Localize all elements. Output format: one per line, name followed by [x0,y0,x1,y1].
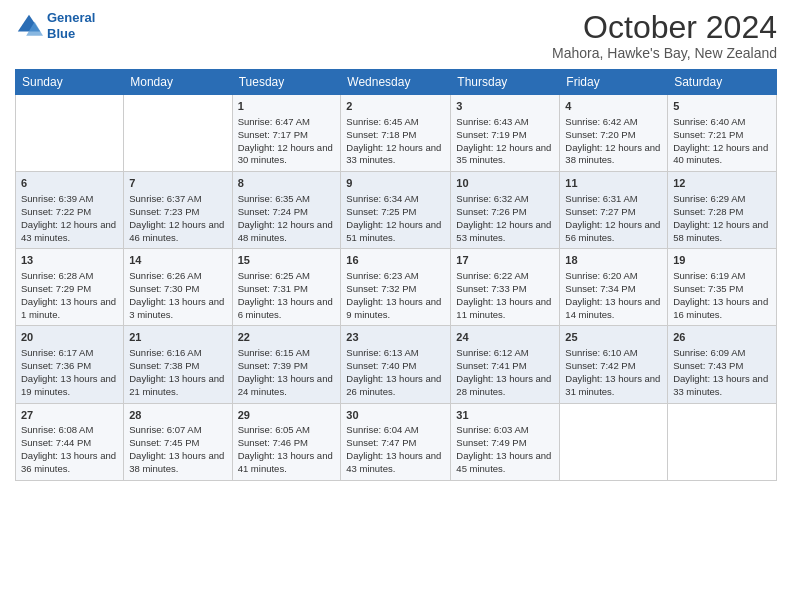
calendar-cell: 18Sunrise: 6:20 AM Sunset: 7:34 PM Dayli… [560,249,668,326]
day-info: Sunrise: 6:08 AM Sunset: 7:44 PM Dayligh… [21,424,118,475]
day-info: Sunrise: 6:29 AM Sunset: 7:28 PM Dayligh… [673,193,771,244]
logo-icon [15,12,43,40]
logo-line1: General [47,10,95,25]
calendar-cell: 11Sunrise: 6:31 AM Sunset: 7:27 PM Dayli… [560,172,668,249]
main-title: October 2024 [552,10,777,45]
calendar-cell: 1Sunrise: 6:47 AM Sunset: 7:17 PM Daylig… [232,95,341,172]
header-thursday: Thursday [451,70,560,95]
day-info: Sunrise: 6:39 AM Sunset: 7:22 PM Dayligh… [21,193,118,244]
day-number: 8 [238,176,336,191]
calendar-cell: 23Sunrise: 6:13 AM Sunset: 7:40 PM Dayli… [341,326,451,403]
calendar-cell: 20Sunrise: 6:17 AM Sunset: 7:36 PM Dayli… [16,326,124,403]
calendar-cell: 16Sunrise: 6:23 AM Sunset: 7:32 PM Dayli… [341,249,451,326]
calendar-cell: 29Sunrise: 6:05 AM Sunset: 7:46 PM Dayli… [232,403,341,480]
day-number: 16 [346,253,445,268]
calendar-cell: 13Sunrise: 6:28 AM Sunset: 7:29 PM Dayli… [16,249,124,326]
calendar-cell: 31Sunrise: 6:03 AM Sunset: 7:49 PM Dayli… [451,403,560,480]
title-block: October 2024 Mahora, Hawke's Bay, New Ze… [552,10,777,61]
day-number: 25 [565,330,662,345]
calendar-cell: 26Sunrise: 6:09 AM Sunset: 7:43 PM Dayli… [668,326,777,403]
calendar-cell: 9Sunrise: 6:34 AM Sunset: 7:25 PM Daylig… [341,172,451,249]
day-info: Sunrise: 6:13 AM Sunset: 7:40 PM Dayligh… [346,347,445,398]
calendar-table: SundayMondayTuesdayWednesdayThursdayFrid… [15,69,777,480]
day-number: 1 [238,99,336,114]
header-tuesday: Tuesday [232,70,341,95]
day-info: Sunrise: 6:05 AM Sunset: 7:46 PM Dayligh… [238,424,336,475]
day-number: 30 [346,408,445,423]
calendar-cell: 14Sunrise: 6:26 AM Sunset: 7:30 PM Dayli… [124,249,232,326]
calendar-cell: 28Sunrise: 6:07 AM Sunset: 7:45 PM Dayli… [124,403,232,480]
day-number: 3 [456,99,554,114]
day-number: 2 [346,99,445,114]
day-number: 18 [565,253,662,268]
day-info: Sunrise: 6:23 AM Sunset: 7:32 PM Dayligh… [346,270,445,321]
week-row-4: 20Sunrise: 6:17 AM Sunset: 7:36 PM Dayli… [16,326,777,403]
day-info: Sunrise: 6:35 AM Sunset: 7:24 PM Dayligh… [238,193,336,244]
calendar-cell [560,403,668,480]
calendar-cell: 19Sunrise: 6:19 AM Sunset: 7:35 PM Dayli… [668,249,777,326]
week-row-2: 6Sunrise: 6:39 AM Sunset: 7:22 PM Daylig… [16,172,777,249]
day-number: 23 [346,330,445,345]
day-info: Sunrise: 6:15 AM Sunset: 7:39 PM Dayligh… [238,347,336,398]
day-number: 19 [673,253,771,268]
day-number: 29 [238,408,336,423]
calendar-cell: 7Sunrise: 6:37 AM Sunset: 7:23 PM Daylig… [124,172,232,249]
calendar-cell: 17Sunrise: 6:22 AM Sunset: 7:33 PM Dayli… [451,249,560,326]
day-number: 21 [129,330,226,345]
day-number: 4 [565,99,662,114]
calendar-cell: 25Sunrise: 6:10 AM Sunset: 7:42 PM Dayli… [560,326,668,403]
day-number: 12 [673,176,771,191]
day-number: 31 [456,408,554,423]
calendar-header-row: SundayMondayTuesdayWednesdayThursdayFrid… [16,70,777,95]
day-info: Sunrise: 6:43 AM Sunset: 7:19 PM Dayligh… [456,116,554,167]
day-info: Sunrise: 6:10 AM Sunset: 7:42 PM Dayligh… [565,347,662,398]
day-number: 5 [673,99,771,114]
day-info: Sunrise: 6:07 AM Sunset: 7:45 PM Dayligh… [129,424,226,475]
day-info: Sunrise: 6:45 AM Sunset: 7:18 PM Dayligh… [346,116,445,167]
day-number: 7 [129,176,226,191]
day-number: 22 [238,330,336,345]
day-info: Sunrise: 6:04 AM Sunset: 7:47 PM Dayligh… [346,424,445,475]
day-info: Sunrise: 6:37 AM Sunset: 7:23 PM Dayligh… [129,193,226,244]
calendar-cell: 12Sunrise: 6:29 AM Sunset: 7:28 PM Dayli… [668,172,777,249]
calendar-cell: 5Sunrise: 6:40 AM Sunset: 7:21 PM Daylig… [668,95,777,172]
header-monday: Monday [124,70,232,95]
day-info: Sunrise: 6:03 AM Sunset: 7:49 PM Dayligh… [456,424,554,475]
day-info: Sunrise: 6:40 AM Sunset: 7:21 PM Dayligh… [673,116,771,167]
day-info: Sunrise: 6:20 AM Sunset: 7:34 PM Dayligh… [565,270,662,321]
logo-line2: Blue [47,26,75,41]
day-info: Sunrise: 6:17 AM Sunset: 7:36 PM Dayligh… [21,347,118,398]
calendar-cell: 24Sunrise: 6:12 AM Sunset: 7:41 PM Dayli… [451,326,560,403]
day-info: Sunrise: 6:32 AM Sunset: 7:26 PM Dayligh… [456,193,554,244]
subtitle: Mahora, Hawke's Bay, New Zealand [552,45,777,61]
day-number: 17 [456,253,554,268]
day-info: Sunrise: 6:16 AM Sunset: 7:38 PM Dayligh… [129,347,226,398]
calendar-cell: 15Sunrise: 6:25 AM Sunset: 7:31 PM Dayli… [232,249,341,326]
calendar-cell [16,95,124,172]
calendar-cell: 2Sunrise: 6:45 AM Sunset: 7:18 PM Daylig… [341,95,451,172]
day-number: 26 [673,330,771,345]
day-number: 6 [21,176,118,191]
day-info: Sunrise: 6:26 AM Sunset: 7:30 PM Dayligh… [129,270,226,321]
logo-text: General Blue [47,10,95,41]
day-number: 11 [565,176,662,191]
header-wednesday: Wednesday [341,70,451,95]
calendar-cell: 22Sunrise: 6:15 AM Sunset: 7:39 PM Dayli… [232,326,341,403]
page: General Blue October 2024 Mahora, Hawke'… [0,0,792,612]
day-info: Sunrise: 6:12 AM Sunset: 7:41 PM Dayligh… [456,347,554,398]
header-sunday: Sunday [16,70,124,95]
day-info: Sunrise: 6:34 AM Sunset: 7:25 PM Dayligh… [346,193,445,244]
day-info: Sunrise: 6:47 AM Sunset: 7:17 PM Dayligh… [238,116,336,167]
day-info: Sunrise: 6:25 AM Sunset: 7:31 PM Dayligh… [238,270,336,321]
day-number: 15 [238,253,336,268]
day-info: Sunrise: 6:42 AM Sunset: 7:20 PM Dayligh… [565,116,662,167]
header-saturday: Saturday [668,70,777,95]
week-row-5: 27Sunrise: 6:08 AM Sunset: 7:44 PM Dayli… [16,403,777,480]
day-info: Sunrise: 6:31 AM Sunset: 7:27 PM Dayligh… [565,193,662,244]
calendar-body: 1Sunrise: 6:47 AM Sunset: 7:17 PM Daylig… [16,95,777,480]
day-number: 28 [129,408,226,423]
calendar-cell [668,403,777,480]
day-number: 10 [456,176,554,191]
calendar-cell [124,95,232,172]
week-row-1: 1Sunrise: 6:47 AM Sunset: 7:17 PM Daylig… [16,95,777,172]
